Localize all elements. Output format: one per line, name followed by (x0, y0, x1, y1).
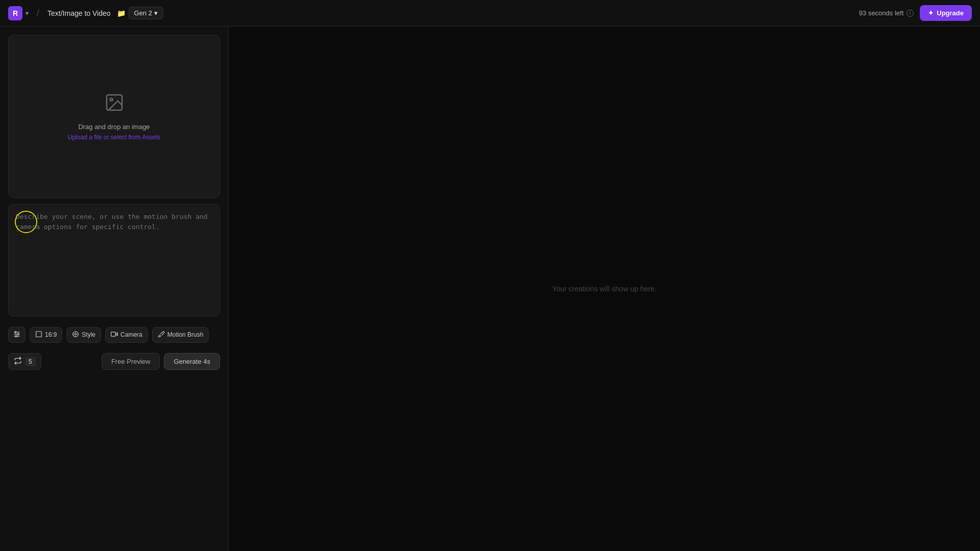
folder-icon: 📁 (117, 9, 126, 17)
timer-text: 93 seconds left (859, 9, 903, 17)
bottom-controls: 5 Free Preview Generate 4s (8, 351, 220, 370)
drop-text-sub: Upload a file or select from Assets (68, 134, 160, 141)
toolbar: 16:9 Style (8, 322, 220, 347)
credits-icon (14, 357, 22, 366)
gen-badge-label: Gen 2 (134, 9, 152, 17)
main-layout: Drag and drop an image Upload a file or … (0, 27, 980, 551)
aspect-ratio-button[interactable]: 16:9 (30, 327, 62, 343)
svg-rect-15 (111, 332, 116, 336)
svg-point-7 (15, 335, 17, 337)
style-icon (72, 331, 79, 339)
gen-badge[interactable]: Gen 2 ▾ (129, 7, 163, 19)
motion-brush-button[interactable]: Motion Brush (152, 327, 209, 343)
settings-icon (13, 330, 21, 340)
logo-icon: R (8, 6, 22, 20)
settings-button[interactable] (8, 327, 26, 343)
upload-link[interactable]: Upload a file (68, 134, 102, 141)
credits-button[interactable]: 5 (8, 353, 41, 370)
folder-area[interactable]: 📁 Gen 2 ▾ (117, 7, 163, 19)
assets-link[interactable]: select from Assets (111, 134, 160, 141)
nav-title: Text/Image to Video (47, 9, 110, 17)
nav-separator: / (37, 8, 39, 18)
svg-point-5 (15, 331, 16, 333)
aspect-ratio-label: 16:9 (45, 331, 57, 338)
camera-icon (111, 331, 118, 339)
right-panel: Your creations will show up here. (229, 27, 980, 551)
timer-area: 93 seconds left i (859, 9, 914, 17)
upgrade-label: Upgrade (937, 9, 964, 17)
prompt-textarea[interactable] (16, 212, 212, 309)
info-icon[interactable]: i (906, 10, 914, 17)
generate-button[interactable]: Generate 4s (164, 353, 220, 370)
drop-text-main: Drag and drop an image (78, 123, 150, 131)
image-dropzone[interactable]: Drag and drop an image Upload a file or … (8, 35, 220, 198)
svg-point-10 (75, 333, 77, 335)
motion-brush-icon (158, 331, 165, 339)
prompt-area (8, 204, 220, 316)
topbar-right: 93 seconds left i ✦ Upgrade (859, 5, 972, 21)
style-button[interactable]: Style (66, 327, 101, 343)
upgrade-plus-icon: ✦ (928, 9, 934, 17)
svg-point-6 (17, 333, 19, 335)
camera-button[interactable]: Camera (105, 327, 148, 343)
motion-brush-label: Motion Brush (167, 331, 204, 338)
logo-chevron-icon: ▾ (26, 10, 29, 17)
drop-or-text: or (104, 134, 109, 141)
upgrade-button[interactable]: ✦ Upgrade (920, 5, 972, 21)
empty-state-text: Your creations will show up here. (552, 285, 656, 293)
style-label: Style (82, 331, 95, 338)
credits-value: 5 (25, 357, 36, 366)
gen-badge-chevron: ▾ (154, 9, 158, 17)
free-preview-label: Free Preview (111, 358, 151, 365)
free-preview-button[interactable]: Free Preview (102, 353, 160, 370)
svg-point-1 (110, 98, 112, 101)
logo-text: R (13, 9, 18, 17)
camera-label: Camera (120, 331, 142, 338)
topbar: R ▾ / Text/Image to Video 📁 Gen 2 ▾ 93 s… (0, 0, 980, 27)
svg-rect-8 (36, 331, 42, 337)
topbar-left: R ▾ / Text/Image to Video 📁 Gen 2 ▾ (8, 6, 163, 20)
aspect-ratio-icon (35, 331, 42, 339)
image-upload-icon (104, 92, 125, 117)
left-panel: Drag and drop an image Upload a file or … (0, 27, 229, 551)
logo-area[interactable]: R ▾ (8, 6, 29, 20)
generate-label: Generate 4s (174, 358, 210, 365)
